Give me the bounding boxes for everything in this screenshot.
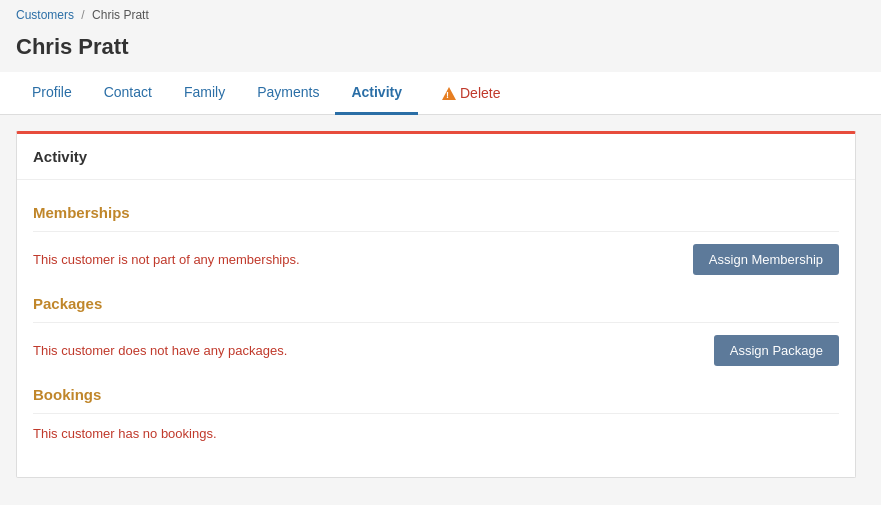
main-content: Activity Memberships This customer is no… <box>0 115 881 494</box>
bookings-section-title: Bookings <box>33 386 839 403</box>
packages-divider <box>33 322 839 323</box>
memberships-row: This customer is not part of any members… <box>33 244 839 275</box>
warning-icon <box>442 87 456 100</box>
tabs-bar: Profile Contact Family Payments Activity… <box>0 72 881 115</box>
tab-payments[interactable]: Payments <box>241 72 335 115</box>
packages-row: This customer does not have any packages… <box>33 335 839 366</box>
packages-section-title: Packages <box>33 295 839 312</box>
bookings-message: This customer has no bookings. <box>33 426 217 441</box>
card-body: Memberships This customer is not part of… <box>17 180 855 477</box>
memberships-divider <box>33 231 839 232</box>
memberships-message: This customer is not part of any members… <box>33 252 300 267</box>
packages-message: This customer does not have any packages… <box>33 343 287 358</box>
bookings-row: This customer has no bookings. <box>33 426 839 441</box>
tab-delete[interactable]: Delete <box>426 73 516 113</box>
breadcrumb-separator: / <box>81 8 84 22</box>
assign-membership-button[interactable]: Assign Membership <box>693 244 839 275</box>
breadcrumb: Customers / Chris Pratt <box>0 0 881 30</box>
tab-family[interactable]: Family <box>168 72 241 115</box>
tab-contact[interactable]: Contact <box>88 72 168 115</box>
bookings-section: Bookings This customer has no bookings. <box>33 386 839 441</box>
page-title: Chris Pratt <box>0 30 881 72</box>
breadcrumb-current: Chris Pratt <box>92 8 149 22</box>
activity-card: Activity Memberships This customer is no… <box>16 131 856 478</box>
assign-package-button[interactable]: Assign Package <box>714 335 839 366</box>
breadcrumb-parent-link[interactable]: Customers <box>16 8 74 22</box>
delete-label: Delete <box>460 85 500 101</box>
card-title: Activity <box>17 134 855 180</box>
tab-activity[interactable]: Activity <box>335 72 418 115</box>
bookings-divider <box>33 413 839 414</box>
tab-profile[interactable]: Profile <box>16 72 88 115</box>
memberships-section-title: Memberships <box>33 204 839 221</box>
